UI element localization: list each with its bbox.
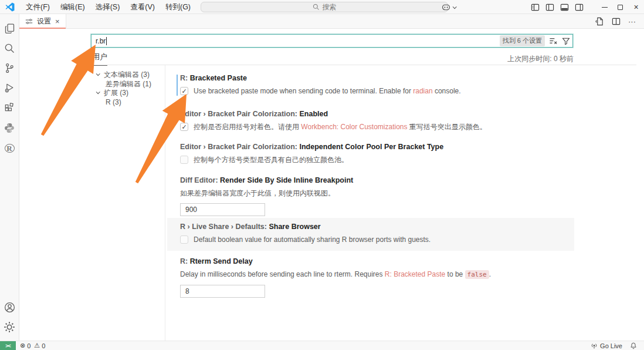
settings-list: R: Bracketed Paste ✓ Use bracketed paste… [167, 65, 574, 298]
setting-description: Use bracketed paste mode when sending co… [194, 86, 461, 96]
chevron-down-icon [96, 72, 100, 76]
open-settings-json-icon[interactable] [595, 17, 604, 26]
menu-goto[interactable]: 转到(G) [160, 0, 196, 14]
sidebar-item-search[interactable] [0, 38, 19, 58]
modified-indicator [177, 75, 178, 96]
command-center-search[interactable]: 搜索 [201, 2, 448, 12]
tab-label: 设置 [37, 16, 51, 26]
go-live-button[interactable]: Go Live [591, 342, 622, 349]
setting-rterm-send-delay: R: Rterm Send Delay Delay in millisecond… [167, 257, 574, 298]
status-bar: >< ⊗0 ⚠0 Go Live [0, 341, 644, 350]
menu-file[interactable]: 文件(F) [21, 0, 55, 14]
tab-user-scope[interactable]: 用户 [92, 52, 107, 66]
minimize-icon [602, 7, 608, 8]
menu-bar: 文件(F) 编辑(E) 选择(S) 查看(V) 转到(G) ··· [21, 0, 214, 14]
setting-title: Editor › Bracket Pair Colorization: Enab… [180, 110, 574, 119]
gear-icon [4, 321, 15, 333]
settings-search-value: r.br [96, 37, 106, 45]
setting-description: 如果差异编辑器宽度小于此值，则使用内联视图。 [180, 189, 335, 198]
sidebar-item-python[interactable] [0, 118, 19, 138]
checkbox-unchecked[interactable] [180, 156, 188, 164]
toc-item-diff-editor[interactable]: 差异编辑器 (1) [91, 80, 165, 89]
sync-status-text: 上次同步时间: 0 秒前 [507, 54, 574, 64]
python-icon [4, 122, 15, 134]
sidebar-item-r[interactable]: R [0, 138, 19, 158]
vscode-logo-icon [5, 2, 15, 12]
toc-splitter[interactable] [165, 65, 165, 341]
setting-title: Diff Editor: Render Side By Side Inline … [180, 176, 574, 185]
search-icon [313, 4, 320, 11]
more-actions-button[interactable]: ··· [628, 17, 636, 26]
problems-indicator[interactable]: ⊗0 ⚠0 [20, 342, 45, 349]
sidebar-item-source-control[interactable] [0, 58, 19, 78]
source-control-icon [4, 62, 15, 74]
number-input-rterm-delay[interactable] [180, 285, 265, 298]
settings-tune-icon [25, 18, 33, 25]
sidebar-item-extensions[interactable] [0, 98, 19, 118]
r-lang-icon: R [5, 144, 15, 153]
toc-item-r[interactable]: R (3) [91, 98, 165, 107]
extensions-icon [4, 102, 15, 114]
settings-gear-button[interactable] [0, 317, 19, 337]
chevron-down-icon [453, 5, 457, 9]
setting-title: R: Bracketed Paste [180, 74, 574, 83]
setting-r-bracketed-paste: R: Bracketed Paste ✓ Use bracketed paste… [167, 74, 574, 96]
maximize-button[interactable] [612, 0, 628, 14]
results-count-badge: 找到 6 个设置 [500, 35, 545, 46]
remote-indicator[interactable]: >< [0, 341, 16, 350]
explorer-icon [4, 22, 16, 35]
run-debug-icon [4, 82, 15, 94]
settings-editor: 设置 × ··· r.br 找到 6 个设置 [19, 14, 644, 341]
workbench-color-customizations-link[interactable]: Workbench: Color Customizations [301, 123, 407, 131]
settings-toc: 文本编辑器 (3) 差异编辑器 (1) 扩展 (3) R (3) [91, 70, 165, 107]
toggle-secondary-sidebar-icon[interactable] [575, 3, 584, 12]
sidebar-item-run-debug[interactable] [0, 78, 19, 98]
setting-description: Default boolean value for automatically … [194, 235, 431, 244]
split-editor-icon[interactable] [612, 17, 621, 26]
code-false-value: false [465, 270, 489, 279]
setting-description: 控制每个方括号类型是否具有自己的独立颜色池。 [194, 155, 348, 164]
checkbox-unchecked[interactable] [180, 235, 188, 244]
copilot-menu[interactable] [441, 2, 456, 12]
setting-live-share-share-browser: R › Live Share › Defaults: Share Browser… [167, 218, 574, 251]
clear-filters-icon[interactable] [549, 36, 558, 45]
number-input-breakpoint[interactable] [180, 203, 265, 216]
account-icon [4, 301, 16, 314]
notifications-bell-icon[interactable] [630, 342, 637, 349]
checkbox-checked[interactable]: ✓ [180, 87, 188, 95]
maximize-icon [618, 5, 623, 10]
radian-link[interactable]: radian [413, 87, 432, 95]
toc-item-text-editor[interactable]: 文本编辑器 (3) [91, 70, 165, 80]
checkbox-checked[interactable]: ✓ [180, 123, 188, 131]
menu-view[interactable]: 查看(V) [125, 0, 160, 14]
menu-selection[interactable]: 选择(S) [90, 0, 126, 14]
customize-layout-icon[interactable] [531, 3, 540, 12]
text-caret [106, 37, 107, 45]
minimize-button[interactable] [596, 0, 612, 14]
command-center-placeholder: 搜索 [323, 2, 337, 12]
menu-edit[interactable]: 编辑(E) [55, 0, 90, 14]
tab-close-button[interactable]: × [55, 18, 60, 25]
broadcast-icon [591, 342, 598, 349]
toggle-primary-sidebar-icon[interactable] [545, 3, 554, 12]
warning-icon: ⚠ [34, 342, 40, 349]
toggle-panel-icon[interactable] [560, 3, 569, 12]
chevron-down-icon [96, 90, 100, 94]
filter-funnel-icon[interactable] [562, 37, 570, 45]
sidebar-item-explorer[interactable] [0, 18, 19, 38]
close-icon: × [633, 2, 638, 12]
toc-item-extensions[interactable]: 扩展 (3) [91, 89, 165, 98]
vscode-window: 文件(F) 编辑(E) 选择(S) 查看(V) 转到(G) ··· ← → 搜索 [0, 0, 644, 350]
settings-search-input[interactable]: r.br 找到 6 个设置 [91, 34, 573, 48]
error-icon: ⊗ [20, 342, 25, 349]
accounts-button[interactable] [0, 297, 19, 317]
setting-title: R › Live Share › Defaults: Share Browser [180, 223, 574, 231]
setting-title: Editor › Bracket Pair Colorization: Inde… [180, 143, 574, 152]
setting-bracket-pair-colorization-enabled: Editor › Bracket Pair Colorization: Enab… [167, 110, 574, 132]
tab-settings[interactable]: 设置 × [19, 14, 66, 29]
setting-independent-color-pool: Editor › Bracket Pair Colorization: Inde… [167, 143, 574, 164]
setting-render-side-by-side-breakpoint: Diff Editor: Render Side By Side Inline … [167, 176, 574, 216]
r-bracketed-paste-link[interactable]: R: Bracketed Paste [385, 270, 445, 278]
titlebar: 文件(F) 编辑(E) 选择(S) 查看(V) 转到(G) ··· ← → 搜索 [0, 0, 644, 14]
close-window-button[interactable]: × [628, 0, 644, 14]
